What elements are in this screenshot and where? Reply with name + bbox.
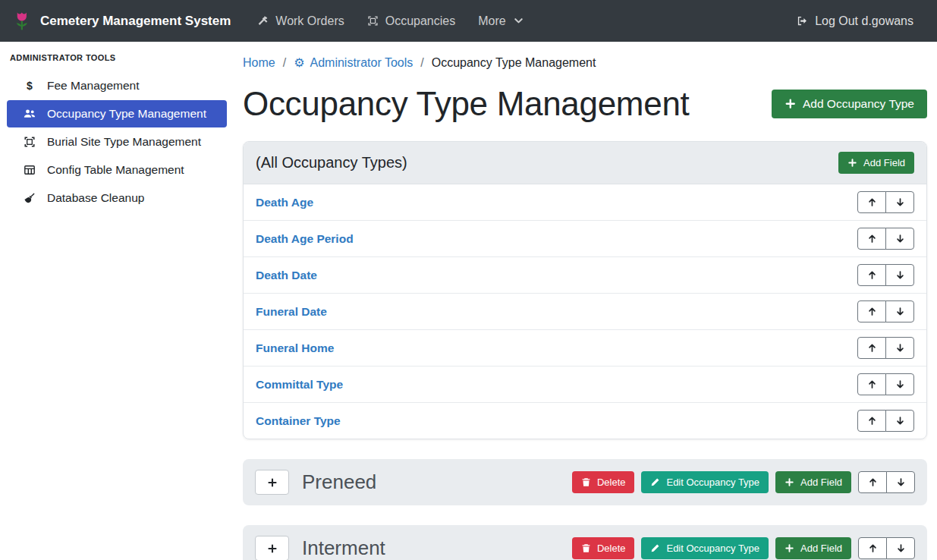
- breadcrumb-current: Occupancy Type Management: [432, 56, 596, 70]
- move-down-button[interactable]: [885, 228, 914, 250]
- chevron-down-icon: [513, 15, 524, 27]
- app-brand[interactable]: Cemetery Management System: [12, 11, 231, 31]
- plus-icon: [785, 477, 794, 487]
- move-up-button[interactable]: [857, 410, 886, 432]
- expand-button[interactable]: [255, 470, 289, 495]
- arrow-down-icon: [895, 270, 905, 280]
- field-name-link[interactable]: Death Age: [256, 196, 313, 209]
- move-down-button[interactable]: [885, 373, 914, 395]
- breadcrumb: Home / ⚙ Administrator Tools / Occupancy…: [243, 56, 927, 70]
- reorder-buttons: [858, 471, 915, 493]
- flower-icon: [12, 11, 33, 31]
- plus-icon: [785, 98, 797, 110]
- move-up-button[interactable]: [858, 537, 887, 559]
- edit-occupancy-type-label: Edit Occupancy Type: [666, 477, 759, 488]
- field-name-link[interactable]: Container Type: [256, 414, 341, 428]
- add-field-label: Add Field: [800, 543, 842, 554]
- nav-occupancies-label: Occupancies: [385, 14, 456, 28]
- field-row: Committal Type: [244, 366, 926, 402]
- sidebar-item[interactable]: $ Fee Management: [7, 72, 227, 99]
- section-title: Interment: [302, 536, 559, 560]
- sidebar: ADMINISTRATOR TOOLS $ Fee Management Occ…: [0, 42, 234, 560]
- move-up-button[interactable]: [857, 228, 886, 250]
- move-up-button[interactable]: [857, 337, 886, 359]
- logout-button[interactable]: Log Out d.gowans: [785, 8, 925, 34]
- arrow-up-icon: [868, 543, 878, 553]
- add-field-button[interactable]: Add Field: [775, 471, 851, 493]
- reorder-buttons: [858, 537, 915, 559]
- arrow-up-icon: [867, 307, 877, 316]
- sidebar-item[interactable]: Occupancy Type Management: [7, 100, 227, 127]
- arrow-down-icon: [895, 343, 905, 353]
- move-down-button[interactable]: [885, 264, 914, 286]
- sidebar-item[interactable]: Burial Site Type Management: [7, 128, 227, 156]
- breadcrumb-admin-tools-label: Administrator Tools: [310, 56, 413, 70]
- page-title: Occupancy Type Management: [243, 85, 689, 123]
- field-name-link[interactable]: Funeral Home: [256, 341, 334, 355]
- section-actions: Delete Edit Occupancy Type Add Field: [572, 537, 915, 559]
- move-up-button[interactable]: [857, 191, 886, 213]
- nav-occupancies[interactable]: Occupancies: [356, 8, 467, 34]
- move-up-button[interactable]: [858, 471, 887, 493]
- move-down-button[interactable]: [885, 191, 914, 213]
- move-down-button[interactable]: [885, 300, 914, 322]
- nav-more[interactable]: More: [467, 8, 535, 34]
- logout-icon: [797, 15, 808, 27]
- breadcrumb-separator: /: [283, 56, 286, 70]
- gear-icon: ⚙: [294, 57, 304, 69]
- move-down-button[interactable]: [885, 410, 914, 432]
- plus-icon: [267, 543, 278, 554]
- add-field-button[interactable]: Add Field: [838, 152, 914, 174]
- sidebar-item-label: Config Table Management: [47, 163, 184, 177]
- add-field-button[interactable]: Add Field: [775, 537, 851, 559]
- field-name-link[interactable]: Committal Type: [256, 378, 343, 392]
- trash-icon: [581, 543, 591, 553]
- pencil-icon: [650, 477, 660, 487]
- sidebar-heading: ADMINISTRATOR TOOLS: [7, 52, 227, 71]
- field-row: Container Type: [244, 402, 926, 439]
- edit-occupancy-type-button[interactable]: Edit Occupancy Type: [641, 537, 769, 559]
- delete-label: Delete: [597, 477, 626, 488]
- sidebar-item-label: Burial Site Type Management: [47, 135, 201, 149]
- reorder-buttons: [857, 264, 914, 286]
- move-down-button[interactable]: [885, 337, 914, 359]
- arrow-down-icon: [895, 379, 905, 389]
- arrow-down-icon: [896, 477, 906, 487]
- move-up-button[interactable]: [857, 300, 886, 322]
- field-name-link[interactable]: Death Age Period: [256, 232, 354, 246]
- occupancies-icon: [367, 15, 379, 27]
- edit-occupancy-type-button[interactable]: Edit Occupancy Type: [641, 471, 769, 493]
- logout-label: Log Out d.gowans: [815, 14, 913, 28]
- reorder-buttons: [857, 191, 914, 213]
- delete-button[interactable]: Delete: [572, 537, 635, 559]
- sidebar-item-label: Database Cleanup: [47, 191, 144, 205]
- breadcrumb-home-link[interactable]: Home: [243, 56, 275, 70]
- nav-work-orders[interactable]: Work Orders: [246, 8, 355, 34]
- field-name-link[interactable]: Funeral Date: [256, 305, 327, 319]
- nav-more-label: More: [478, 14, 505, 28]
- move-up-button[interactable]: [857, 264, 886, 286]
- field-list: Death Age Death Age Period: [244, 184, 926, 439]
- field-name-link[interactable]: Death Date: [256, 269, 317, 282]
- move-down-button[interactable]: [886, 471, 915, 493]
- arrow-up-icon: [867, 270, 877, 280]
- sidebar-item-label: Occupancy Type Management: [47, 107, 206, 121]
- arrow-up-icon: [867, 416, 877, 426]
- plus-icon: [267, 477, 278, 488]
- sidebar-item[interactable]: Config Table Management: [7, 156, 227, 184]
- arrow-down-icon: [895, 234, 905, 244]
- nav-work-orders-label: Work Orders: [275, 14, 344, 28]
- reorder-buttons: [857, 300, 914, 322]
- field-row: Death Age: [244, 184, 926, 220]
- arrow-down-icon: [895, 416, 905, 426]
- expand-button[interactable]: [255, 536, 289, 560]
- sidebar-item[interactable]: Database Cleanup: [7, 184, 227, 212]
- add-occupancy-type-button[interactable]: Add Occupancy Type: [772, 90, 927, 118]
- add-field-label: Add Field: [863, 157, 905, 168]
- pencil-icon: [650, 543, 660, 553]
- move-up-button[interactable]: [857, 373, 886, 395]
- top-navbar: Cemetery Management System Work Orders O…: [0, 0, 937, 42]
- move-down-button[interactable]: [886, 537, 915, 559]
- delete-button[interactable]: Delete: [572, 471, 635, 493]
- breadcrumb-admin-tools-link[interactable]: ⚙ Administrator Tools: [294, 56, 413, 70]
